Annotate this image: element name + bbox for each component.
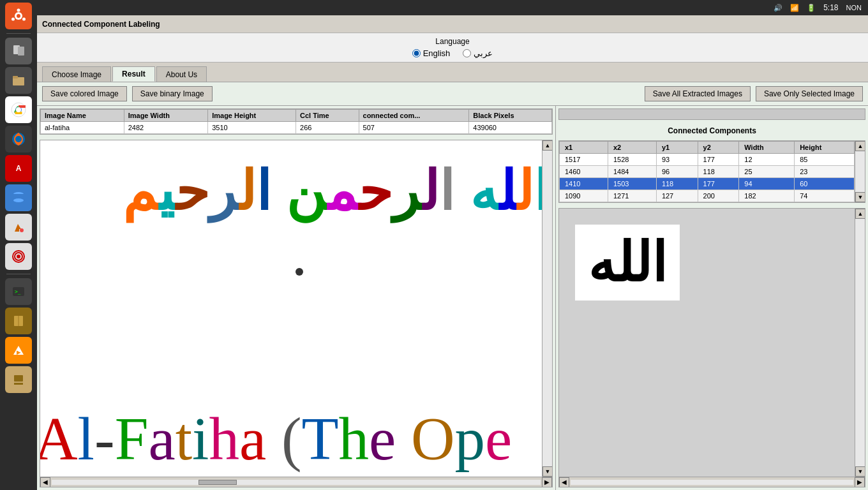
cc-table-title: Connected Components: [558, 124, 865, 138]
right-img-hscroll[interactable]: ◀ ▶: [559, 477, 865, 487]
cc-td: 200: [698, 190, 739, 202]
cc-scroll-down[interactable]: ▼: [855, 192, 865, 202]
sidebar-icon-terminal[interactable]: >_: [5, 278, 32, 305]
cc-row-2[interactable]: 1460 1484 96 118 25 23: [560, 166, 855, 178]
cc-row-1[interactable]: 1517 1528 93 177 12 85: [560, 154, 855, 166]
ft-5: a: [149, 405, 176, 473]
cc-table-body: 1517 1528 93 177 12 85 1460 1484 96: [560, 154, 855, 202]
ft-2: l: [78, 405, 94, 473]
ft-11: T: [302, 405, 339, 473]
cc-td: 1484: [608, 166, 656, 178]
sys-icon-battery: 🔋: [807, 4, 816, 12]
app-title: Connected Component Labeling: [42, 20, 160, 29]
sidebar-icon-folders[interactable]: [5, 67, 32, 94]
right-scrollbar[interactable]: ▲ ▼: [542, 140, 552, 477]
cc-td: 1460: [560, 166, 608, 178]
scroll-thumb-h[interactable]: [198, 480, 237, 485]
sidebar-icon-book[interactable]: [5, 308, 32, 334]
radio-arabic-input[interactable]: [463, 49, 471, 57]
cc-table-vscroll[interactable]: ▲ ▼: [855, 141, 865, 202]
th-image-width: Image Width: [124, 110, 208, 122]
ft-10: (: [266, 405, 301, 473]
right-img-vscroll[interactable]: ▲ ▼: [855, 209, 865, 477]
cc-progress-bar: [558, 108, 865, 120]
td-image-width: 2482: [124, 122, 208, 134]
image-canvas: الله الرحمن الرحيم Al-Fatiha (The Ope: [40, 140, 552, 487]
cc-td: 74: [795, 190, 855, 202]
cc-td: 182: [739, 190, 795, 202]
cc-td: 96: [656, 166, 698, 178]
sidebar-divider-2: [6, 274, 31, 274]
th-image-name: Image Name: [41, 110, 124, 122]
ft-14: O: [396, 405, 454, 473]
cc-td: 1410: [560, 178, 608, 190]
save-extracted-button[interactable]: Save All Extracted Images: [645, 86, 751, 101]
tab-about-us[interactable]: About Us: [156, 66, 207, 82]
r-scroll-left[interactable]: ◀: [559, 477, 569, 487]
sidebar-icon-stamp[interactable]: [5, 366, 32, 393]
ft-15: p: [455, 405, 486, 473]
svg-point-17: [13, 198, 24, 202]
cc-table-container: x1 x2 y1 y2 Width Height 1517 15: [558, 140, 865, 203]
cc-row-4[interactable]: 1090 1271 127 200 182 74: [560, 190, 855, 202]
scroll-up-btn[interactable]: ▲: [542, 140, 553, 151]
save-colored-button[interactable]: Save colored Image: [42, 86, 127, 101]
cc-td: 1271: [608, 190, 656, 202]
cc-td: 23: [795, 166, 855, 178]
sidebar-icon-apt[interactable]: A: [5, 155, 32, 182]
sidebar-icon-files[interactable]: [5, 38, 32, 64]
cc-scroll-up[interactable]: ▲: [855, 141, 865, 151]
radio-english[interactable]: English: [412, 48, 451, 58]
sidebar-icon-db[interactable]: [5, 184, 32, 211]
radio-english-input[interactable]: [412, 49, 421, 57]
th-connected-com: connected com...: [359, 110, 469, 122]
table-row[interactable]: al-fatiha 2482 3510 266 507 439060: [41, 122, 552, 134]
sidebar-icon-ubuntu[interactable]: [5, 3, 32, 29]
cc-row-3-selected[interactable]: 1410 1503 118 177 94 60: [560, 178, 855, 190]
bottom-scrollbar[interactable]: ◀ ▶: [40, 477, 552, 487]
td-black-pixels: 439060: [469, 122, 552, 134]
radio-arabic-label: عربي: [474, 48, 493, 58]
r-scroll-up[interactable]: ▲: [855, 209, 865, 219]
char-4: ه: [470, 161, 499, 221]
fatiha-display-text: Al-Fatiha (The Ope: [40, 404, 512, 474]
ft-12: h: [339, 405, 370, 473]
tab-result[interactable]: Result: [112, 66, 155, 82]
sidebar-icon-firefox[interactable]: [5, 126, 32, 152]
char-5: ا: [439, 161, 454, 221]
cc-scroll-track: [855, 151, 865, 192]
scroll-down-btn[interactable]: ▼: [542, 466, 553, 477]
save-binary-button[interactable]: Save binary Image: [132, 86, 213, 101]
svg-rect-29: [14, 383, 23, 385]
svg-point-5: [11, 18, 15, 21]
sys-icon-sound: 🔊: [774, 4, 782, 12]
sidebar-icon-vlc[interactable]: ▶: [5, 337, 32, 364]
td-image-height: 3510: [208, 122, 296, 134]
dot: [296, 268, 303, 276]
ft-9: a: [239, 405, 266, 473]
th-black-pixels: Black Pixels: [469, 110, 552, 122]
char-12: ل: [239, 161, 256, 221]
r-scroll-right[interactable]: ▶: [855, 477, 865, 487]
td-connected-com: 507: [359, 122, 469, 134]
data-table-area: Image Name Image Width Image Height Ccl …: [40, 108, 553, 135]
r-scroll-down[interactable]: ▼: [855, 466, 865, 477]
radio-arabic[interactable]: عربي: [463, 48, 493, 58]
scroll-right-btn[interactable]: ▶: [542, 477, 552, 487]
ft-6: t: [176, 405, 192, 473]
save-selected-button[interactable]: Save Only Selected Image: [756, 86, 863, 101]
table-header-row: Image Name Image Width Image Height Ccl …: [41, 110, 552, 122]
sidebar-icon-paint[interactable]: [5, 214, 32, 241]
scroll-track-v: [542, 151, 552, 466]
char-2: ل: [517, 161, 534, 221]
sidebar-icon-chrome[interactable]: [5, 96, 32, 123]
sys-lang: NON: [846, 4, 862, 11]
sys-icon-network: 📶: [790, 4, 799, 12]
cc-th-x1: x1: [560, 142, 608, 154]
cc-td: 60: [795, 178, 855, 190]
ft-8: h: [209, 405, 239, 473]
tab-choose-image[interactable]: Choose Image: [42, 66, 111, 82]
svg-text:>_: >_: [15, 289, 21, 295]
sidebar-icon-target[interactable]: [5, 243, 32, 270]
scroll-left-btn[interactable]: ◀: [40, 477, 50, 487]
